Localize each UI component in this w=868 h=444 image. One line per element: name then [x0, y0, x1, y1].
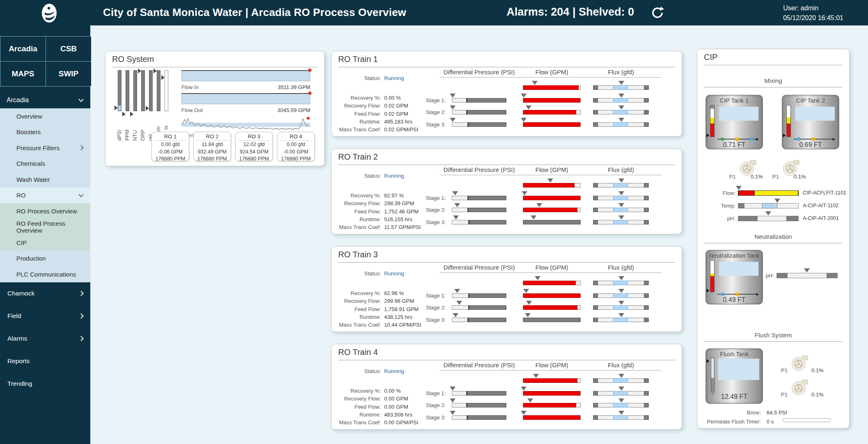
setpoint-marker-icon [618, 276, 624, 280]
flux-bar-total [593, 85, 649, 90]
dp-fill [466, 403, 506, 407]
flux-range [613, 378, 628, 383]
ro-unit-card-2[interactable]: RO 211.84 gfd932.49 GPM176880 PPM [193, 132, 231, 161]
ro-system-title: RO System [112, 55, 154, 64]
sidebar: ArcadiaCSBMAPSSWIP ArcadiaOverviewBooste… [0, 25, 90, 444]
tank-window [718, 359, 759, 380]
tank-level-gauge [710, 260, 715, 292]
sidebar-section-arcadia[interactable]: Arcadia [0, 92, 90, 108]
dp-fill [468, 305, 506, 310]
divider [338, 165, 675, 165]
setpoint-marker-icon [536, 203, 542, 207]
stage-label: Stage 3: [414, 317, 446, 323]
gauge-rec% [165, 70, 168, 111]
ro-unit-card-1[interactable]: RO 10.00 gfd-0.06 GPM176880 PPM [151, 132, 189, 161]
setpoint-marker-icon [618, 203, 624, 207]
stage-label: Stage 1: [414, 293, 446, 299]
dp-fill [467, 196, 506, 200]
gauge-segment [710, 276, 714, 292]
flux-range [613, 208, 628, 212]
flux-bar-total [593, 281, 649, 285]
gauge-segment [711, 378, 714, 392]
field-value: 438,125 hrs [384, 314, 412, 320]
gauge-marker-icon [161, 75, 165, 80]
sidebar-item-ro-feed-process-overview[interactable]: RO Feed Process Overview [0, 219, 90, 235]
ro-unit-card-3[interactable]: RO 312.02 gfd924.54 GPM176880 PPM [235, 132, 273, 161]
column-header: Flux (gfd) [581, 69, 661, 78]
site-button-maps[interactable]: MAPS [0, 62, 46, 86]
sidebar-item-ro[interactable]: RO [0, 188, 90, 204]
column-header: Flux (gfd) [581, 166, 661, 175]
pump-speed-value: 0.1% [811, 391, 824, 398]
gauge-ppm [126, 70, 129, 111]
column-header: Differential Pressure (PSI) [440, 264, 519, 273]
header: City of Santa Monica Water | Arcadia RO … [0, 0, 868, 25]
dp-fill [466, 110, 506, 114]
sidebar-item-wash-water[interactable]: Wash Water [0, 172, 90, 188]
field-value: 0.02 GPM/PSI [384, 126, 418, 133]
setpoint-dot [756, 138, 758, 140]
sidebar-item-production[interactable]: Production [0, 251, 90, 267]
sidebar-item-cip[interactable]: CIP [0, 235, 90, 251]
setpoint-marker-icon [533, 374, 539, 378]
setpoint-marker-icon [450, 94, 456, 98]
sidebar-item-plc-communications[interactable]: PLC Communications [0, 266, 90, 282]
field-value: 82.96 % [384, 290, 404, 296]
flux-range [613, 403, 628, 407]
flush-pump-2[interactable] [790, 379, 809, 398]
field-label: Recovery %: [336, 95, 381, 101]
field-label: Recovery %: [336, 388, 381, 394]
flow-bar-stage3 [523, 318, 581, 322]
stage-label: Stage 1: [414, 195, 446, 201]
field-label: Recovery Flow: [336, 103, 381, 109]
tank-cip-tank-2[interactable]: CIP Tank 20.69 FT [782, 95, 839, 149]
sidebar-item-overview[interactable]: Overview [0, 108, 90, 124]
site-button-csb[interactable]: CSB [46, 37, 91, 61]
field-label: Runtime: [336, 216, 381, 222]
dp-fill [467, 318, 506, 322]
ro-unit-card-4[interactable]: RO 40.00 gfd-0.00 GPM176880 PPM [277, 132, 315, 161]
flux-cap-left [593, 98, 598, 103]
ro-unit-value: -0.00 GPM [277, 148, 314, 156]
flux-cap-right [644, 122, 648, 127]
ro-unit-value: -0.06 GPM [152, 148, 189, 156]
sidebar-item-pressure-filters[interactable]: Pressure Filters [0, 140, 90, 156]
status-value[interactable]: Running [384, 270, 404, 277]
flow-bar-stage3 [523, 220, 581, 224]
alarms-status[interactable]: Alarms: 204 | Shelved: 0 [506, 6, 634, 18]
status-value[interactable]: Running [384, 368, 404, 374]
sidebar-section-charnock[interactable]: Charnock [0, 282, 90, 305]
train-title: RO Train 2 [338, 152, 378, 162]
status-value[interactable]: Running [384, 75, 404, 81]
sidebar-section-alarms[interactable]: Alarms [0, 327, 90, 350]
sidebar-section-field[interactable]: Field [0, 305, 90, 327]
divider [704, 65, 843, 65]
gauge-segment [710, 261, 714, 274]
flush-pump-1[interactable] [790, 355, 809, 373]
gauge-segment [710, 118, 714, 124]
setpoint-marker-icon [618, 118, 624, 122]
dp-bar-stage1 [452, 196, 506, 200]
status-label: Status: [336, 270, 381, 277]
refresh-button[interactable] [650, 6, 665, 21]
field-value: 0.00 GPM/PSI [384, 419, 418, 426]
tank-level-value: 0.71 FT [706, 141, 763, 149]
sidebar-item-boosters[interactable]: Boosters [0, 124, 90, 140]
ro-train-1-panel: RO Train 1Status:RunningRecovery %:0.00 … [331, 51, 682, 137]
flux-cap-right [644, 305, 648, 310]
tank-flush-tank[interactable]: Flush Tank12.49 FT [705, 348, 763, 404]
sidebar-item-ro-process-overview[interactable]: RO Process Overview [0, 203, 90, 219]
ro-unit-name: RO 1 [154, 132, 186, 141]
flow-bar-total [523, 183, 581, 188]
sidebar-section-reports[interactable]: Reports [0, 350, 90, 373]
status-value[interactable]: Running [384, 173, 404, 179]
site-button-swip[interactable]: SWIP [46, 62, 91, 86]
tank-cip-tank-1[interactable]: CIP Tank 10.71 FT [705, 95, 763, 149]
sidebar-item-chemicals[interactable]: Chemicals [0, 156, 90, 172]
setpoint-dot [812, 137, 815, 141]
field-label: Feed Flow: [336, 208, 381, 215]
site-button-arcadia[interactable]: Arcadia [0, 37, 46, 61]
sidebar-section-trending[interactable]: Trending [0, 373, 90, 395]
stage-label: Stage 2: [414, 402, 446, 408]
setpoint-marker-icon [618, 105, 624, 110]
